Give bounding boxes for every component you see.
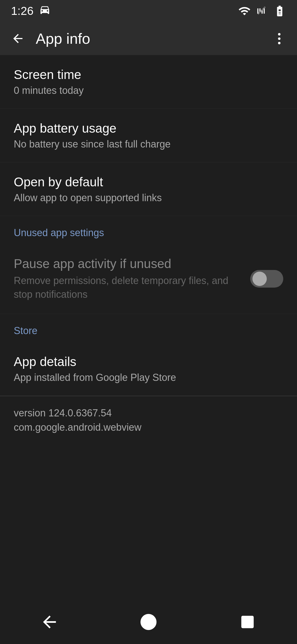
status-time: 1:26 [11,4,34,18]
pause-app-toggle[interactable] [250,270,283,288]
battery-icon [273,5,286,17]
content-area: Screen time 0 minutes today App battery … [0,55,297,444]
app-battery-item[interactable]: App battery usage No battery use since l… [0,109,297,162]
package-text: com.google.android.webview [14,422,283,433]
toolbar-left: App info [11,30,90,47]
version-section: version 124.0.6367.54 com.google.android… [0,396,297,444]
more-dot-1 [278,33,280,36]
wifi-icon [238,5,251,17]
toggle-knob [252,272,267,286]
car-icon [39,4,51,18]
pause-app-activity-item[interactable]: Pause app activity if unused Remove perm… [0,244,297,314]
nav-home-button[interactable] [135,611,162,633]
open-by-default-item[interactable]: Open by default Allow app to open suppor… [0,162,297,216]
app-details-item[interactable]: App details App installed from Google Pl… [0,342,297,396]
nav-back-button[interactable] [36,611,63,633]
more-dot-2 [278,37,280,40]
open-by-default-title: Open by default [14,174,283,189]
open-by-default-subtitle: Allow app to open supported links [14,192,283,204]
store-section-header: Store [0,314,297,342]
screen-time-title: Screen time [14,67,283,82]
svg-point-0 [141,614,156,630]
more-options-button[interactable] [272,32,286,45]
store-label: Store [14,325,37,336]
app-battery-title: App battery usage [14,121,283,136]
status-icons-right [238,5,286,17]
more-dot-3 [278,42,280,44]
back-button[interactable] [11,32,25,45]
screen-time-item[interactable]: Screen time 0 minutes today [0,55,297,109]
status-time-group: 1:26 [11,4,51,18]
pause-app-activity-title: Pause app activity if unused [14,256,239,271]
pause-app-activity-subtitle: Remove permissions, delete temporary fil… [14,274,239,302]
app-battery-subtitle: No battery use since last full charge [14,138,283,150]
nav-recents-button[interactable] [234,611,261,633]
app-details-title: App details [14,354,283,369]
page-title: App info [36,30,90,47]
unused-app-settings-header: Unused app settings [0,216,297,244]
screen-time-subtitle: 0 minutes today [14,85,283,96]
navigation-bar [0,605,297,644]
unused-app-settings-label: Unused app settings [14,227,104,238]
toolbar: App info [0,22,297,55]
app-details-subtitle: App installed from Google Play Store [14,372,283,383]
pause-app-activity-content: Pause app activity if unused Remove perm… [14,256,250,302]
version-text: version 124.0.6367.54 [14,407,283,419]
signal-icon [256,5,268,17]
status-bar: 1:26 [0,0,297,22]
svg-rect-1 [241,616,254,628]
